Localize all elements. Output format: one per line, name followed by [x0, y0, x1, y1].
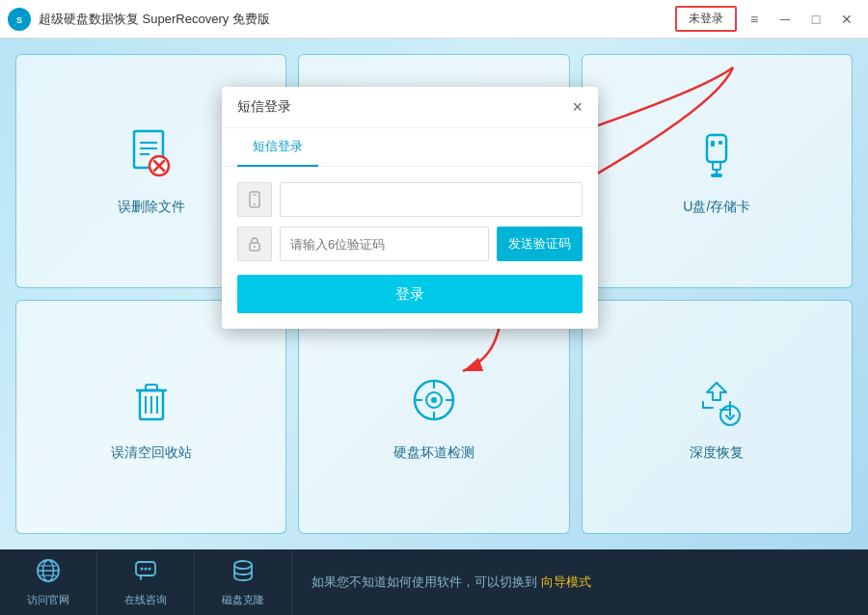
footer-item-clone[interactable]: 磁盘克隆	[195, 549, 292, 615]
disk-check-label: 硬盘坏道检测	[393, 444, 475, 462]
disk-check-icon	[407, 373, 461, 435]
svg-point-35	[254, 246, 256, 248]
svg-point-25	[431, 397, 437, 403]
svg-rect-12	[711, 141, 715, 147]
modal-close-button[interactable]: ×	[572, 98, 583, 116]
minimize-button[interactable]: ─	[772, 6, 799, 33]
send-code-button[interactable]: 发送验证码	[497, 227, 583, 261]
login-submit-button[interactable]: 登录	[237, 275, 583, 313]
svg-rect-19	[146, 385, 157, 390]
grid-cell-recycle-bin[interactable]: 误清空回收站	[15, 300, 286, 534]
recycle-bin-icon	[124, 373, 178, 435]
main-content: 误删除文件 磁盘分区恢复	[0, 39, 868, 549]
website-label: 访问官网	[27, 593, 69, 607]
grid-cell-disk-check[interactable]: 硬盘坏道检测	[298, 300, 569, 534]
consult-label: 在线咨询	[124, 593, 167, 607]
svg-point-45	[141, 567, 144, 570]
footer-message: 如果您不知道如何使用软件，可以切换到 向导模式	[292, 574, 868, 591]
titlebar: S 超级硬盘数据恢复 SuperRecovery 免费版 未登录 ≡ ─ □ ✕	[0, 0, 868, 39]
login-button[interactable]: 未登录	[675, 6, 737, 32]
svg-rect-11	[707, 135, 726, 162]
database-icon	[231, 558, 256, 589]
tab-sms-login[interactable]: 短信登录	[237, 128, 318, 167]
recycle-bin-label: 误清空回收站	[111, 444, 192, 462]
footer-item-website[interactable]: 访问官网	[0, 549, 97, 615]
phone-input-row	[237, 182, 583, 217]
guide-link[interactable]: 向导模式	[541, 575, 591, 589]
footer-item-consult[interactable]: 在线咨询	[97, 549, 195, 615]
svg-text:S: S	[16, 15, 22, 25]
footer: 访问官网 在线咨询 磁盘克隆 如果您不知道如何使用软件，可以切换到 向导模式	[0, 549, 868, 615]
usb-icon	[690, 127, 744, 189]
phone-icon	[237, 182, 272, 217]
phone-input[interactable]	[280, 182, 583, 217]
file-delete-label: 误删除文件	[118, 199, 185, 216]
menu-button[interactable]: ≡	[741, 6, 768, 33]
grid-cell-deep-recovery[interactable]: 深度恢复	[582, 300, 853, 534]
usb-label: U盘/存储卡	[683, 199, 750, 216]
code-input-row: 发送验证码	[237, 227, 583, 261]
svg-point-47	[149, 567, 151, 570]
deep-recovery-icon	[690, 373, 744, 435]
maximize-button[interactable]: □	[802, 6, 829, 33]
clone-label: 磁盘克隆	[222, 593, 264, 607]
globe-icon	[36, 558, 61, 589]
footer-message-text: 如果您不知道如何使用软件，可以切换到	[312, 575, 537, 589]
deep-recovery-label: 深度恢复	[690, 444, 744, 462]
window-controls: 未登录 ≡ ─ □ ✕	[675, 6, 860, 33]
svg-rect-16	[711, 174, 722, 177]
chat-icon	[133, 558, 158, 589]
login-modal: 短信登录 × 短信登录	[222, 87, 598, 329]
svg-rect-13	[719, 141, 722, 145]
grid-row-2: 误清空回收站 硬盘坏道检测	[15, 300, 853, 534]
lock-icon	[237, 227, 272, 261]
grid-cell-usb[interactable]: U盘/存储卡	[582, 54, 853, 288]
svg-point-46	[145, 567, 148, 570]
modal-tabs: 短信登录	[222, 128, 598, 167]
modal-header: 短信登录 ×	[222, 87, 598, 128]
app-logo: S	[8, 8, 31, 31]
svg-point-32	[254, 203, 256, 205]
svg-point-48	[234, 561, 252, 569]
close-button[interactable]: ✕	[833, 6, 860, 33]
app-title: 超级硬盘数据恢复 SuperRecovery 免费版	[39, 11, 675, 28]
code-input[interactable]	[280, 227, 489, 261]
file-delete-icon	[124, 127, 178, 189]
modal-title: 短信登录	[237, 98, 291, 116]
modal-body: 发送验证码 登录	[222, 167, 598, 329]
